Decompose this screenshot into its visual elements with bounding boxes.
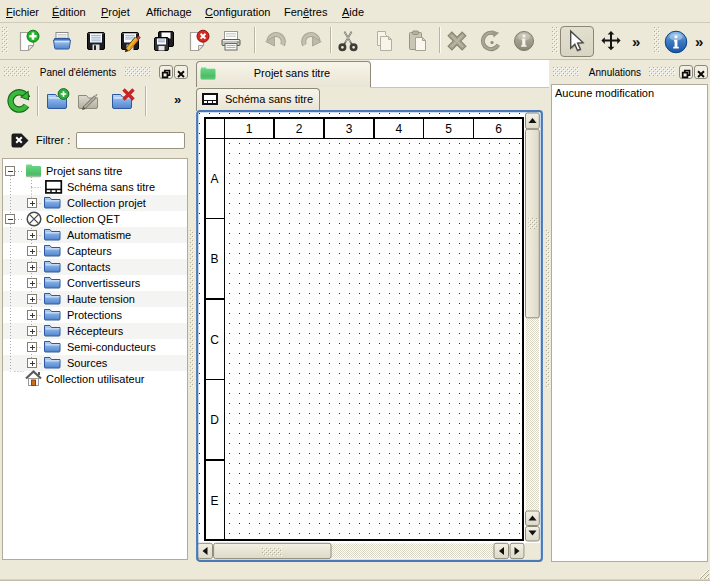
- svg-text:E: E: [210, 494, 218, 508]
- svg-text:1: 1: [246, 122, 253, 136]
- svg-text:C: C: [210, 333, 219, 347]
- svg-text:5: 5: [445, 122, 452, 136]
- svg-text:3: 3: [346, 122, 353, 136]
- svg-text:6: 6: [495, 122, 502, 136]
- svg-text:4: 4: [395, 122, 402, 136]
- svg-text:A: A: [210, 172, 218, 186]
- svg-text:2: 2: [296, 122, 303, 136]
- svg-text:B: B: [210, 252, 218, 266]
- svg-text:D: D: [210, 413, 219, 427]
